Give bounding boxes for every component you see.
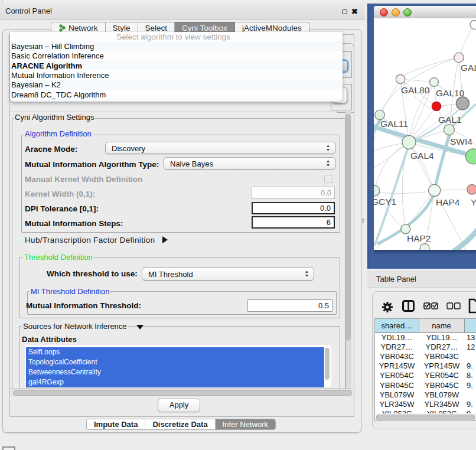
svg-text:GAL1: GAL1 <box>438 115 462 125</box>
svg-text:GAL10: GAL10 <box>436 88 465 98</box>
svg-text:GAL7: GAL7 <box>461 63 476 73</box>
svg-text:GCY1: GCY1 <box>374 197 396 207</box>
svg-text:SWI4: SWI4 <box>450 136 472 146</box>
svg-text:HAP2: HAP2 <box>407 233 431 243</box>
svg-text:GAL11: GAL11 <box>380 119 408 129</box>
svg-text:GAL4: GAL4 <box>410 151 434 161</box>
svg-text:HAP4: HAP4 <box>436 197 460 207</box>
svg-text:YJ: YJ <box>471 197 476 207</box>
svg-text:GAL80: GAL80 <box>401 85 430 95</box>
